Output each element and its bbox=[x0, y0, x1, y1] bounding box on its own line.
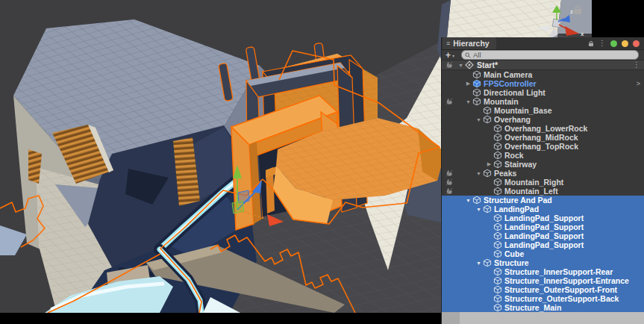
hierarchy-row[interactable]: ▼Overhang bbox=[442, 115, 644, 124]
gameobject-cube-icon bbox=[483, 169, 493, 178]
gameobject-cube-icon bbox=[472, 196, 482, 205]
hierarchy-row-label: FPSController bbox=[484, 79, 537, 88]
gameobject-cube-icon bbox=[493, 285, 503, 294]
hierarchy-row[interactable]: ▼Structure And Pad bbox=[442, 196, 644, 205]
prefab-open-chevron[interactable]: > bbox=[637, 80, 640, 87]
panel-menu-icon[interactable]: ⋮ bbox=[598, 40, 606, 47]
gameobject-cube-icon bbox=[472, 97, 482, 106]
gameobject-cube-icon bbox=[493, 142, 503, 151]
search-field[interactable] bbox=[461, 50, 639, 60]
hierarchy-row[interactable]: Rock bbox=[442, 151, 644, 160]
gameobject-cube-icon bbox=[493, 240, 503, 249]
hierarchy-panel: ≡ Hierarchy ⋮ + ▾ ▼ bbox=[441, 37, 644, 324]
hierarchy-row[interactable]: LandingPad_Support bbox=[442, 214, 644, 222]
hierarchy-rows: Main Camera▶FPSController>Directional Li… bbox=[442, 70, 644, 312]
hierarchy-row-label: Mountain bbox=[484, 97, 519, 106]
expand-triangle[interactable]: ▼ bbox=[475, 207, 483, 212]
unity-editor-window: y z x ≡ Hierarchy ⋮ + ▾ bbox=[0, 0, 644, 324]
scene-header-row[interactable]: ▼ Start* ⋮ bbox=[442, 60, 644, 70]
tab-hierarchy[interactable]: ≡ Hierarchy bbox=[443, 37, 496, 49]
hierarchy-row[interactable]: Structure_OuterSupport-Front bbox=[442, 285, 644, 294]
hierarchy-row-label: LandingPad_Support bbox=[504, 214, 584, 222]
hierarchy-row[interactable]: LandingPad_Support bbox=[442, 240, 644, 249]
hierarchy-row[interactable]: Overhang_LowerRock bbox=[442, 124, 644, 133]
window-button-yellow[interactable] bbox=[622, 40, 628, 47]
pick-disabled-icon[interactable] bbox=[442, 169, 457, 177]
gameobject-cube-icon bbox=[483, 205, 493, 214]
gameobject-cube-icon bbox=[493, 222, 503, 231]
hierarchy-row[interactable]: LandingPad_Support bbox=[442, 222, 644, 231]
expand-triangle[interactable]: ▼ bbox=[475, 117, 483, 122]
gameobject-cube-icon bbox=[493, 303, 503, 312]
hierarchy-row[interactable]: Mountain_Left bbox=[442, 187, 644, 196]
expand-triangle[interactable]: ▼ bbox=[457, 63, 465, 68]
hierarchy-row[interactable]: Main Camera bbox=[442, 70, 644, 79]
gameobject-cube-icon bbox=[493, 214, 503, 222]
pick-disabled-icon[interactable] bbox=[442, 98, 457, 105]
hierarchy-row[interactable]: LandingPad_Support bbox=[442, 231, 644, 240]
hierarchy-row[interactable]: ▼Structure bbox=[442, 258, 644, 267]
hierarchy-row-label: Rock bbox=[504, 151, 524, 160]
pick-disabled-icon[interactable] bbox=[442, 61, 457, 69]
expand-triangle[interactable]: ▼ bbox=[475, 171, 483, 176]
expand-triangle[interactable]: ▼ bbox=[464, 99, 472, 105]
hierarchy-row[interactable]: Directional Light bbox=[442, 88, 644, 97]
hierarchy-row[interactable]: Structure_InnerSupport-Rear bbox=[442, 267, 644, 276]
hierarchy-row[interactable]: Cube bbox=[442, 249, 644, 258]
window-button-red[interactable] bbox=[633, 40, 640, 47]
hierarchy-row-label: LandingPad_Support bbox=[504, 240, 584, 249]
add-dropdown-caret[interactable]: ▾ bbox=[452, 53, 454, 58]
hierarchy-row[interactable]: ▼Peaks bbox=[442, 169, 644, 178]
gameobject-cube-icon bbox=[472, 88, 482, 97]
hierarchy-row[interactable]: Mountain_Base bbox=[442, 106, 644, 115]
lock-icon[interactable] bbox=[588, 37, 594, 50]
hierarchy-toolbar: + ▾ bbox=[442, 50, 644, 60]
hierarchy-row[interactable]: Structure_Main bbox=[442, 303, 644, 312]
hierarchy-row-label: LandingPad bbox=[494, 205, 539, 214]
search-input[interactable] bbox=[473, 51, 635, 59]
hierarchy-row[interactable]: Overhang_TopRock bbox=[442, 142, 644, 151]
footer-area bbox=[460, 312, 644, 324]
hierarchy-row-label: LandingPad_Support bbox=[504, 231, 584, 240]
hierarchy-row-label: Mountain_Right bbox=[504, 178, 563, 187]
hierarchy-row-label: Structure_InnerSupport-Rear bbox=[504, 267, 613, 276]
gameobject-cube-icon bbox=[493, 231, 503, 240]
tab-label: Hierarchy bbox=[453, 39, 489, 48]
window-button-green[interactable] bbox=[610, 40, 617, 47]
hierarchy-row[interactable]: ▶Stairway bbox=[442, 160, 644, 169]
hierarchy-row[interactable]: Structurre_OuterSupport-Back bbox=[442, 294, 644, 303]
scene-asset-icon bbox=[465, 60, 475, 69]
gameobject-cube-icon bbox=[493, 178, 503, 187]
hierarchy-footer bbox=[442, 312, 644, 324]
scene-menu-icon[interactable]: ⋮ bbox=[633, 61, 640, 69]
hierarchy-row-label: Structure_InnerSupport-Entrance bbox=[504, 276, 629, 285]
hierarchy-row-label: Overhang_LowerRock bbox=[504, 124, 587, 133]
hierarchy-row[interactable]: Mountain_Right bbox=[442, 178, 644, 187]
hierarchy-row-label: Structure_Main bbox=[504, 303, 561, 312]
hierarchy-row-label: Directional Light bbox=[484, 88, 545, 97]
hierarchy-row[interactable]: Structure_InnerSupport-Entrance bbox=[442, 276, 644, 285]
footer-gutter bbox=[442, 312, 460, 324]
pick-disabled-icon[interactable] bbox=[442, 178, 457, 186]
hierarchy-row[interactable]: ▶FPSController> bbox=[442, 79, 644, 88]
hierarchy-header: ≡ Hierarchy ⋮ bbox=[442, 37, 644, 50]
expand-triangle[interactable]: ▼ bbox=[475, 261, 483, 266]
hierarchy-row[interactable]: ▼Mountain bbox=[442, 97, 644, 106]
gameobject-cube-icon bbox=[493, 124, 503, 133]
add-button[interactable]: + bbox=[446, 51, 451, 60]
expand-triangle[interactable]: ▶ bbox=[464, 81, 472, 87]
gameobject-cube-icon bbox=[483, 258, 493, 267]
hierarchy-row-label: Stairway bbox=[504, 160, 537, 169]
hierarchy-row-label: Mountain_Left bbox=[504, 187, 558, 196]
hierarchy-row[interactable]: Overhang_MidRock bbox=[442, 133, 644, 142]
hierarchy-row[interactable]: ▼LandingPad bbox=[442, 205, 644, 214]
expand-triangle[interactable]: ▼ bbox=[464, 198, 472, 203]
expand-triangle[interactable]: ▶ bbox=[485, 161, 493, 167]
hierarchy-row-label: Peaks bbox=[494, 169, 516, 178]
scene-name: Start* bbox=[477, 60, 498, 69]
gameobject-cube-icon bbox=[493, 187, 503, 196]
pick-disabled-icon[interactable] bbox=[442, 187, 457, 195]
gameobject-cube-icon bbox=[483, 115, 493, 124]
move-plane-handle-green[interactable] bbox=[232, 201, 244, 214]
gameobject-cube-icon bbox=[493, 267, 503, 276]
